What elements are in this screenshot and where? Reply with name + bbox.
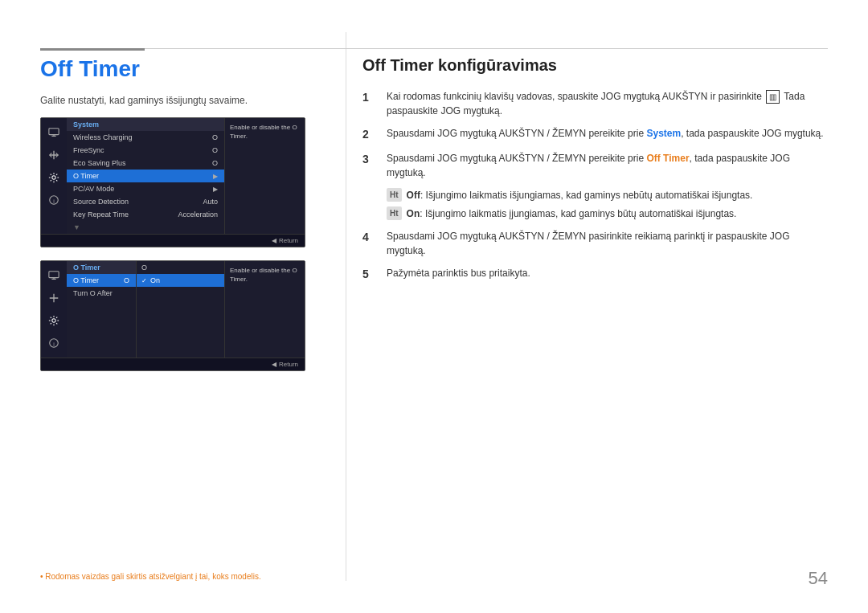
monitor-footer-1: ◀ Return [41,234,305,247]
section-title: Off Timer konfigūravimas [362,56,828,75]
step-1: 1 Kai rodomas funkcinių klavišų vadovas,… [362,89,828,118]
submenu-item-on: ✓ On [137,274,224,287]
submenu-item-off: O [137,261,224,274]
menu-item-otimer-2: O Timer O [67,274,136,287]
monitor-arrows-icon [46,147,62,163]
svg-rect-4 [49,272,59,278]
monitor-display-icon-2 [46,268,62,284]
monitor-panel-2: Enable or disable the O Timer. [224,261,305,358]
page-number: 54 [809,568,828,589]
hint-on: Ht On: Išjungimo laikmatis įjungiamas, k… [387,206,828,221]
svg-text:i: i [53,341,55,347]
step-3: 3 Spausdami JOG mygtuką AUKŠTYN / ŽEMYN … [362,151,828,180]
step-5: 5 Pažymėta parinktis bus pritaikyta. [362,266,828,283]
svg-rect-0 [49,129,59,135]
menu-category-1: System [67,118,224,131]
step-list-cont: 4 Spausdami JOG mygtuką AUKŠTYN / ŽEMYN … [362,229,828,283]
monitor-footer-2: ◀ Return [41,358,305,370]
svg-text:i: i [53,198,55,204]
return-btn-1: ◀ Return [272,237,298,244]
monitor-gear-icon [46,170,62,186]
monitor-info-icon: i [46,192,62,208]
menu-item-turnoff: Turn O After [67,287,136,300]
menu-item-pcav: PC/AV Mode ▶ [67,182,224,195]
step-4: 4 Spausdami JOG mygtuką AUKŠTYN / ŽEMYN … [362,229,828,258]
footer-note: • Rodomas vaizdas gali skirtis atsižvelg… [40,572,261,581]
panel-text-2: Enable or disable the O Timer. [228,264,301,285]
right-column: Off Timer konfigūravimas 1 Kai rodomas f… [346,32,828,581]
subtitle-text: Galite nustatyti, kad gaminys išsijungtų… [40,95,321,106]
monitor-gear-icon-2 [46,313,62,329]
return-btn-2: ◀ Return [272,361,298,368]
monitor-menu-2: O Timer O Timer O Turn O After [67,261,136,358]
menu-item-freesync: FreeSync O [67,144,224,157]
step-2: 2 Spausdami JOG mygtuką AUKŠTYN / ŽEMYN … [362,126,828,143]
menu-item-source: Source Detection Auto [67,195,224,208]
menu-item-more: ▼ [67,221,224,234]
highlight-offtimer: Off Timer [646,153,689,164]
page-title: Off Timer [40,56,321,82]
monitor-display-icon [46,125,62,141]
menu-category-2: O Timer [67,261,136,274]
monitor-arrows-icon-2 [46,290,62,306]
monitor-sidebar-2: i [41,261,67,358]
monitor-menu-1: System Wireless Charging O FreeSync O Ec… [67,118,224,234]
jog-icon: ▥ [766,90,780,104]
monitor-info-icon-2: i [46,335,62,351]
svg-point-5 [52,319,55,322]
monitor-sidebar-1: i [41,118,67,234]
menu-item-ecosaving: Eco Saving Plus O [67,157,224,170]
left-accent-line [40,48,145,51]
menu-item-keyrepeat: Key Repeat Time Acceleration [67,208,224,221]
monitor-mockup-1: i System Wireless Charging O FreeSync O [40,117,305,247]
left-column: Off Timer Galite nustatyti, kad gaminys … [40,32,346,581]
menu-item-wireless: Wireless Charging O [67,131,224,144]
submenu-panel: O ✓ On [136,261,224,358]
highlight-system: System [646,128,681,139]
monitor-mockup-2: i O Timer O Timer O Turn O After [40,260,305,371]
hint-off: Ht Off: Išjungimo laikmatis išjungiamas,… [387,188,828,202]
menu-item-otimer: O Timer ▶ [67,170,224,182]
monitor-panel-1: Enable or disable the O Timer. [224,118,305,234]
svg-point-1 [52,176,55,179]
step-list: 1 Kai rodomas funkcinių klavišų vadovas,… [362,89,828,180]
panel-text-1: Enable or disable the O Timer. [228,121,301,142]
top-divider [40,48,828,49]
